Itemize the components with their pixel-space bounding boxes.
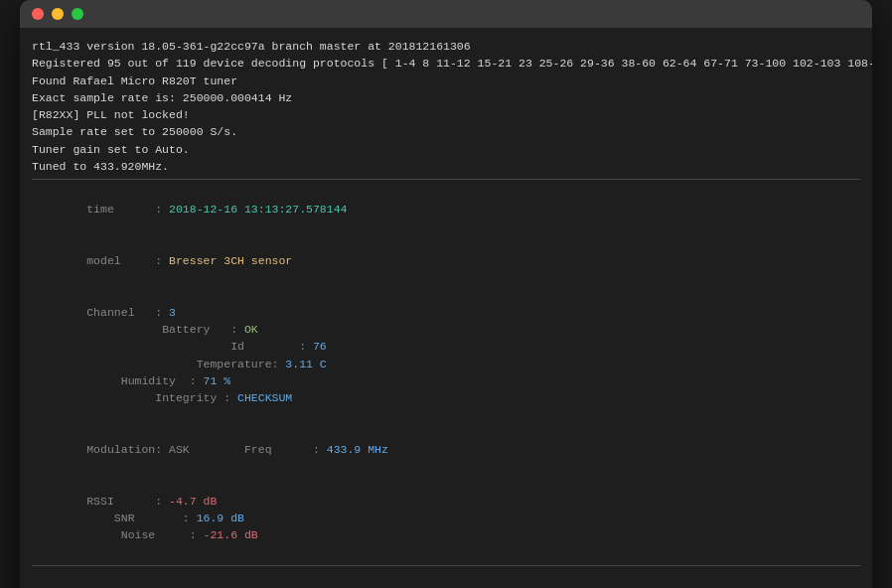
titlebar xyxy=(20,0,872,28)
header-line-2: Registered 95 out of 119 device decoding… xyxy=(32,55,860,72)
block1-row4: RSSI : -4.7 dB SNR : 16.9 dB Noise : -21… xyxy=(32,475,860,560)
header-line-5: [R82XX] PLL not locked! xyxy=(32,106,860,123)
minimize-button[interactable] xyxy=(52,8,64,20)
header-line-7: Tuner gain set to Auto. xyxy=(32,141,860,158)
block1-time: time : 2018-12-16 13:13:27.578144 xyxy=(32,184,860,235)
header-line-1: rtl_433 version 18.05-361-g22cc97a branc… xyxy=(32,38,860,55)
header-line-8: Tuned to 433.920MHz. xyxy=(32,158,860,175)
block2-time: time : 2018-12-16 13:13:47.911839 xyxy=(32,570,860,589)
block1-row2: Channel : 3 Battery : OK Id : 76 Tempera… xyxy=(32,287,860,424)
header-line-4: Exact sample rate is: 250000.000414 Hz xyxy=(32,89,860,106)
block1-row3: Modulation: ASK Freq : 433.9 MHz xyxy=(32,424,860,476)
terminal-output: rtl_433 version 18.05-361-g22cc97a branc… xyxy=(20,28,872,588)
maximize-button[interactable] xyxy=(72,8,83,20)
header-line-3: Found Rafael Micro R820T tuner xyxy=(32,73,860,89)
close-button[interactable] xyxy=(32,8,44,20)
sensor-block-1: time : 2018-12-16 13:13:27.578144 model … xyxy=(32,184,860,561)
header-line-6: Sample rate set to 250000 S/s. xyxy=(32,123,860,140)
block1-model: model : Bresser 3CH sensor xyxy=(32,235,860,287)
terminal-window: rtl_433 version 18.05-361-g22cc97a branc… xyxy=(20,0,872,588)
sensor-block-2: time : 2018-12-16 13:13:47.911839 model … xyxy=(32,570,860,589)
